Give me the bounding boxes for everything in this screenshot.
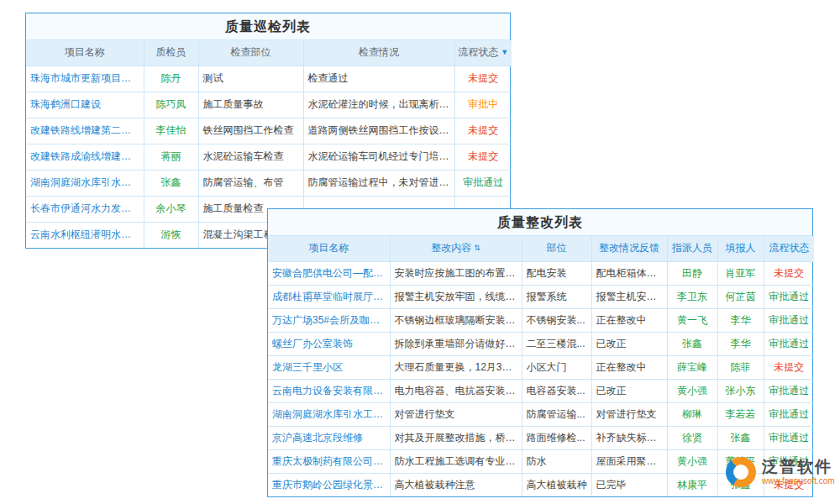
status-cell: 未提交 bbox=[454, 118, 512, 144]
table-row: 珠海鹤洲口建设陈巧凤施工质量事故水泥砼灌注的时候，出现离析现象审批中 bbox=[26, 92, 512, 118]
column-header[interactable]: 流程状态▼ bbox=[454, 40, 512, 66]
status-cell: 审批通过 bbox=[764, 426, 814, 449]
person-name: 李若若 bbox=[717, 402, 764, 426]
column-header[interactable]: 整改内容⇅ bbox=[390, 236, 522, 261]
project-link[interactable]: 云南水利枢纽潜明水库... bbox=[26, 222, 144, 248]
inspection-list-title: 质量巡检列表 bbox=[26, 13, 510, 40]
project-link[interactable]: 湖南洞庭湖水库引水工程施工... bbox=[268, 402, 390, 426]
table-row: 珠海市城市更新项目紫...陈丹测试检查通过未提交 bbox=[26, 66, 512, 92]
project-link[interactable]: 珠海鹤洲口建设 bbox=[26, 92, 144, 118]
project-link[interactable]: 云南电力设备安装有限公司20... bbox=[268, 379, 390, 402]
column-header-label: 项目名称 bbox=[65, 46, 105, 58]
rectification-list-card: 质量整改列表 项目名称整改内容⇅部位整改情况反馈指派人员填报人流程状态 安徽合肥… bbox=[267, 208, 813, 497]
project-link[interactable]: 重庆太极制药有限公司嘉州中... bbox=[268, 449, 390, 473]
project-link[interactable]: 长春市伊通河水力发电... bbox=[26, 196, 144, 222]
person-name: 李卫东 bbox=[667, 285, 717, 308]
fanpu-logo-text: 泛普软件 www.fanpusoft.com bbox=[762, 458, 835, 486]
project-link[interactable]: 湖南洞庭湖水库引水工... bbox=[26, 170, 144, 196]
data-cell: 大理石质量更换，12月31日之... bbox=[390, 355, 522, 379]
person-name: 田静 bbox=[667, 261, 717, 285]
table-row: 改建铁路线增建第二线...李佳怡铁丝网围挡工作检查道路两侧铁丝网围挡工作按设计.… bbox=[26, 118, 512, 144]
column-header: 指派人员 bbox=[667, 236, 717, 261]
table-row: 万达广场35#会所及咖啡厅空...不锈钢边框玻璃隔断安装不牢...不锈钢安装..… bbox=[268, 308, 814, 332]
project-link[interactable]: 龙湖三千里小区 bbox=[268, 355, 390, 379]
data-cell: 已改正 bbox=[591, 332, 667, 355]
data-cell: 道路两侧铁丝网围挡工作按设计... bbox=[303, 118, 454, 144]
project-link[interactable]: 改建铁路成渝线增建第... bbox=[26, 144, 144, 170]
project-link[interactable]: 螺丝厂办公室装饰 bbox=[268, 332, 390, 355]
project-link[interactable]: 成都杜甫草堂临时展厅独立展... bbox=[268, 285, 390, 308]
person-name: 林康平 bbox=[667, 473, 717, 496]
column-header: 项目名称 bbox=[268, 236, 390, 261]
data-cell: 路面维修检... bbox=[522, 426, 591, 449]
person-name: 蒋丽 bbox=[144, 144, 198, 170]
fanpu-logo-icon bbox=[726, 457, 756, 487]
column-header-label: 整改情况反馈 bbox=[599, 242, 659, 254]
person-name: 黄小强 bbox=[667, 449, 717, 473]
person-name: 张鑫 bbox=[717, 426, 764, 449]
column-header: 填报人 bbox=[717, 236, 764, 261]
column-header: 部位 bbox=[522, 236, 591, 261]
person-name: 余小琴 bbox=[144, 196, 198, 222]
column-header-label: 流程状态 bbox=[458, 46, 498, 58]
person-name: 肖亚军 bbox=[717, 261, 764, 285]
data-cell: 水泥砼运输车司机经过专门培训... bbox=[303, 144, 454, 170]
person-name: 陈丹 bbox=[144, 66, 198, 92]
data-cell: 对管进行垫支 bbox=[390, 402, 522, 426]
data-cell: 电力电容器、电抗器安装方案... bbox=[390, 379, 522, 402]
project-link[interactable]: 安徽合肥供电公司—配电设备... bbox=[268, 261, 390, 285]
data-cell: 二至三楼混... bbox=[522, 332, 591, 355]
project-link[interactable]: 京沪高速北京段维修 bbox=[268, 426, 390, 449]
column-header: 检查部位 bbox=[198, 40, 303, 66]
data-cell: 正在整改中 bbox=[591, 355, 667, 379]
data-cell: 不锈钢安装... bbox=[522, 308, 591, 332]
data-cell: 报警主机安放... bbox=[591, 285, 667, 308]
person-name: 柳琳 bbox=[667, 402, 717, 426]
data-cell: 高大植被栽种注意 bbox=[390, 473, 522, 496]
project-link[interactable]: 珠海市城市更新项目紫... bbox=[26, 66, 144, 92]
status-cell: 审批通过 bbox=[764, 402, 814, 426]
column-header-label: 项目名称 bbox=[308, 242, 349, 254]
status-cell: 审批通过 bbox=[764, 308, 814, 332]
table-row: 湖南洞庭湖水库引水工...张鑫防腐管运输、布管防腐管运输过程中，未对管进行...… bbox=[26, 170, 512, 196]
brand-website: www.fanpusoft.com bbox=[762, 476, 835, 486]
column-header-label: 填报人 bbox=[726, 242, 756, 254]
status-cell: 未提交 bbox=[454, 144, 512, 170]
column-header-label: 整改内容 bbox=[431, 242, 471, 254]
sort-icon[interactable]: ⇅ bbox=[474, 244, 480, 252]
data-cell: 防腐管运输、布管 bbox=[198, 170, 303, 196]
data-cell: 水泥砼灌注的时候，出现离析现象 bbox=[303, 92, 454, 118]
table-row: 湖南洞庭湖水库引水工程施工...对管进行垫支防腐管运输...对管进行垫支柳琳李若… bbox=[268, 402, 814, 426]
person-name: 李华 bbox=[717, 308, 764, 332]
project-link[interactable]: 重庆市鹅岭公园绿化景观提升... bbox=[268, 473, 390, 496]
status-cell: 审批中 bbox=[454, 92, 512, 118]
data-cell: 报警系统 bbox=[522, 285, 591, 308]
rectification-list-title: 质量整改列表 bbox=[268, 209, 812, 236]
filter-icon[interactable]: ▼ bbox=[501, 48, 508, 56]
data-cell: 小区大门 bbox=[522, 355, 591, 379]
status-cell: 未提交 bbox=[764, 261, 814, 285]
data-cell: 配电柜箱体与... bbox=[591, 261, 667, 285]
data-cell: 测试 bbox=[198, 66, 303, 92]
data-cell: 对管进行垫支 bbox=[591, 402, 667, 426]
project-link[interactable]: 改建铁路线增建第二线... bbox=[26, 118, 144, 144]
status-cell: 审批通过 bbox=[764, 285, 814, 308]
table-row: 安徽合肥供电公司—配电设备...安装时应按施工图的布置，将...配电安装配电柜箱… bbox=[268, 261, 814, 285]
person-name: 陈巧凤 bbox=[144, 92, 198, 118]
column-header-label: 部位 bbox=[547, 242, 567, 254]
data-cell: 高大植被栽种 bbox=[522, 473, 591, 496]
table-row: 云南电力设备安装有限公司20...电力电容器、电抗器安装方案...电容器安装..… bbox=[268, 379, 814, 402]
data-cell: 电容器安装... bbox=[522, 379, 591, 402]
person-name: 何芷茵 bbox=[717, 285, 764, 308]
data-cell: 防腐管运输过程中，未对管进行... bbox=[303, 170, 454, 196]
table-header-row: 项目名称质检员检查部位检查情况流程状态▼ bbox=[26, 40, 512, 66]
data-cell: 补齐缺失标志... bbox=[591, 426, 667, 449]
status-cell: 审批通过 bbox=[454, 170, 512, 196]
column-header: 流程状态 bbox=[764, 236, 814, 261]
project-link[interactable]: 万达广场35#会所及咖啡厅空... bbox=[268, 308, 390, 332]
data-cell: 屋面采用聚氨... bbox=[591, 449, 667, 473]
data-cell: 安装时应按施工图的布置，将... bbox=[390, 261, 522, 285]
person-name: 陈菲 bbox=[717, 355, 764, 379]
data-cell: 报警主机安放牢固，线缆连接... bbox=[390, 285, 522, 308]
data-cell: 水泥砼运输车检查 bbox=[198, 144, 303, 170]
